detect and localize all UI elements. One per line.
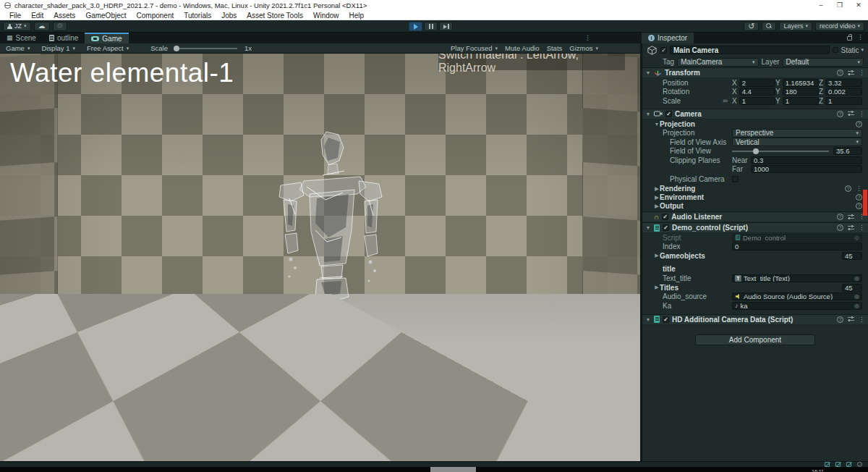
static-control[interactable]: Static ▾ — [833, 46, 864, 54]
section-menu-icon[interactable]: ⋮ — [856, 185, 862, 192]
titles-count-field[interactable]: 45 — [842, 284, 862, 292]
far-field[interactable]: 1000 — [751, 165, 862, 173]
cube-icon[interactable] — [647, 45, 658, 56]
presets-icon[interactable] — [848, 316, 854, 322]
near-field[interactable]: 0.3 — [751, 156, 862, 164]
tab-inspector[interactable]: i Inspector — [642, 33, 694, 43]
menu-file[interactable]: File — [4, 12, 26, 20]
scale-slider[interactable] — [174, 48, 237, 49]
help-icon[interactable]: ? — [856, 194, 862, 201]
aspect-dropdown[interactable]: Free Aspect ▾ — [81, 44, 135, 52]
gizmos-dropdown[interactable]: Gizmos ▾ — [569, 44, 598, 52]
index-field[interactable]: 0 — [732, 243, 862, 250]
audio-source-field[interactable]: Audio Source (Audio Source) ◎ — [732, 292, 862, 300]
search-button[interactable] — [762, 22, 776, 31]
object-picker-icon[interactable]: ◎ — [854, 293, 859, 300]
presets-icon[interactable] — [848, 214, 854, 220]
step-button[interactable] — [439, 22, 453, 31]
object-picker-icon[interactable]: ◎ — [854, 235, 859, 241]
help-icon[interactable]: ? — [837, 69, 843, 76]
position-z-field[interactable]: 3.32 — [825, 79, 862, 87]
display-target-dropdown[interactable]: Game ▾ — [0, 44, 35, 52]
hd-camera-data-header[interactable]: ▼ ✓ HD Additional Camera Data (Script) ?… — [642, 314, 868, 325]
projection-dropdown[interactable]: Perspective ▾ — [732, 129, 862, 138]
gameobject-name-field[interactable]: Main Camera — [670, 46, 830, 54]
script-field[interactable]: Demo_control ◎ — [732, 234, 862, 242]
progress-check-icon[interactable]: ✓ — [857, 462, 862, 467]
presets-icon[interactable] — [848, 225, 854, 231]
rotation-z-field[interactable]: 0.002 — [825, 88, 862, 96]
text-title-field[interactable]: T Text_title (Text) ◎ — [732, 274, 862, 282]
rotation-y-field[interactable]: 180 — [783, 88, 819, 96]
audio-listener-enabled-checkbox[interactable]: ✓ — [662, 214, 668, 220]
audio-listener-header[interactable]: ▼ ∩ ✓ Audio Listener ? ⋮ — [642, 211, 868, 222]
menu-window[interactable]: Window — [308, 12, 344, 20]
foldout-open-icon[interactable]: ▼ — [645, 111, 651, 117]
presets-icon[interactable] — [848, 70, 854, 76]
mute-audio-toggle[interactable]: Mute Audio — [505, 44, 540, 52]
layer-dropdown[interactable]: Default ▾ — [783, 58, 864, 67]
undo-history-button[interactable]: ↺ — [744, 22, 759, 31]
gameobject-enabled-checkbox[interactable]: ✓ — [660, 47, 667, 54]
help-icon[interactable]: ? — [837, 214, 843, 220]
projection-section-header[interactable]: ▼ Projection ? — [642, 119, 868, 129]
position-y-field[interactable]: 1.165934 — [783, 79, 819, 87]
foldout-closed-icon[interactable]: ▶ — [654, 203, 660, 209]
fov-value-field[interactable]: 35.6 — [833, 147, 862, 155]
tag-dropdown[interactable]: MainCamera ▾ — [677, 58, 758, 67]
layout-dropdown[interactable]: record video ▾ — [815, 22, 864, 31]
gameobjects-count-field[interactable]: 45 — [842, 252, 862, 260]
help-icon[interactable]: ? — [837, 224, 843, 231]
tab-game[interactable]: Game — [85, 33, 128, 43]
menu-component[interactable]: Component — [132, 12, 179, 20]
services-button[interactable]: ⚙ — [53, 22, 68, 31]
hd-camera-enabled-checkbox[interactable]: ✓ — [663, 316, 669, 323]
minimize-button[interactable]: – — [812, 0, 830, 11]
lock-icon[interactable] — [847, 36, 852, 41]
menu-tutorials[interactable]: Tutorials — [179, 12, 216, 20]
link-icon[interactable]: ∞ — [723, 97, 728, 104]
console-error-muted-icon[interactable] — [825, 462, 830, 467]
component-menu-icon[interactable]: ⋮ — [859, 224, 865, 231]
tab-scene[interactable]: ▦ Scene — [0, 33, 43, 43]
menu-edit[interactable]: Edit — [26, 12, 48, 20]
scale-slider-knob[interactable] — [174, 46, 179, 51]
demo-control-enabled-checkbox[interactable]: ✓ — [663, 224, 669, 231]
presets-icon[interactable] — [848, 111, 854, 117]
help-icon[interactable]: ? — [845, 185, 851, 192]
foldout-closed-icon[interactable]: ▶ — [654, 195, 660, 201]
foldout-closed-icon[interactable]: ▶ — [654, 186, 660, 192]
physical-camera-checkbox[interactable] — [732, 176, 739, 182]
fov-axis-dropdown[interactable]: Vertical ▾ — [732, 138, 862, 146]
foldout-open-icon[interactable]: ▼ — [654, 122, 660, 127]
component-menu-icon[interactable]: ⋮ — [859, 316, 865, 323]
help-icon[interactable]: ? — [856, 121, 862, 127]
console-warning-muted-icon[interactable] — [835, 462, 841, 467]
titles-row[interactable]: ▶ Titles 45 — [642, 283, 868, 292]
display-dropdown[interactable]: Display 1 ▾ — [35, 44, 81, 52]
object-picker-icon[interactable]: ◎ — [854, 303, 859, 309]
pause-button[interactable] — [424, 22, 438, 31]
fov-slider-knob[interactable] — [753, 148, 759, 154]
inspector-menu-icon[interactable]: ⋮ — [857, 34, 864, 41]
console-log-muted-icon[interactable] — [846, 462, 851, 467]
account-button[interactable]: JZ ▾ — [3, 22, 31, 31]
environment-foldout[interactable]: ▶ Environment ? — [642, 193, 868, 201]
help-icon[interactable]: ? — [856, 203, 862, 209]
cloud-button[interactable]: ☁ — [34, 22, 50, 31]
add-component-button[interactable]: Add Component — [695, 334, 815, 345]
menu-jobs[interactable]: Jobs — [216, 12, 242, 20]
tab-outline[interactable]: outline — [43, 33, 85, 43]
foldout-open-icon[interactable]: ▼ — [645, 70, 651, 75]
help-icon[interactable]: ? — [837, 316, 843, 323]
game-panel-menu-icon[interactable]: ⋮ — [584, 35, 591, 41]
component-menu-icon[interactable]: ⋮ — [859, 69, 865, 76]
output-foldout[interactable]: ▶ Output ? — [642, 201, 868, 210]
static-checkbox[interactable] — [833, 47, 838, 53]
position-x-field[interactable]: 2 — [739, 79, 775, 87]
component-menu-icon[interactable]: ⋮ — [859, 111, 865, 117]
menu-assets[interactable]: Assets — [48, 12, 80, 20]
object-picker-icon[interactable]: ◎ — [854, 275, 859, 282]
ka-field[interactable]: ♪ ka ◎ — [732, 302, 862, 310]
menu-help[interactable]: Help — [344, 12, 370, 20]
